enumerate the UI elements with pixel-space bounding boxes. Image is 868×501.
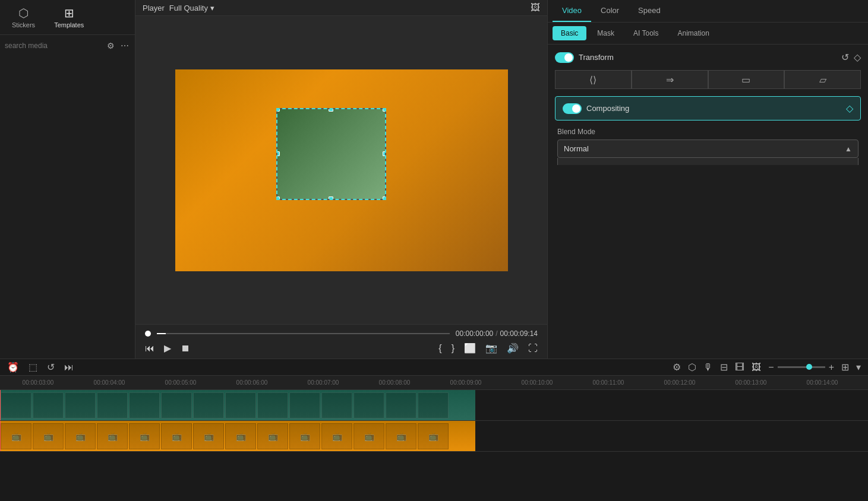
subtab-mask[interactable]: Mask <box>589 26 623 40</box>
progress-dot[interactable] <box>145 331 151 337</box>
embedded-video-box[interactable] <box>276 108 386 200</box>
shield-icon[interactable]: ⬡ <box>688 362 696 373</box>
time-current: 00:00:00:00 <box>456 329 493 338</box>
volume-button[interactable]: 🔊 <box>507 343 519 354</box>
tab-video-label: Video <box>562 6 582 15</box>
screenshot-button[interactable]: 📷 <box>485 343 497 354</box>
zoom-out-button[interactable]: − <box>768 362 774 373</box>
timeline-tool-right: ⚙ ⬡ 🎙 ⊟ 🎞 🖼 − + ⊞ ▾ <box>673 362 861 373</box>
zoom-in-button[interactable]: + <box>829 362 834 373</box>
right-panel-content: Transform ↺ ◇ ⟨⟩ ⇒ ▭ ▱ Compositing ◇ <box>548 45 868 165</box>
subtab-animation[interactable]: Animation <box>669 26 717 40</box>
photo-icon[interactable]: 🖼 <box>531 2 540 13</box>
video-preview <box>135 16 547 324</box>
shape-btn-0[interactable]: ⟨⟩ <box>555 70 632 89</box>
blend-mode-dropdown[interactable]: Normal ▲ <box>557 139 858 158</box>
shape-btn-2[interactable]: ▭ <box>708 70 785 89</box>
film-frame-2 <box>65 392 96 418</box>
tab-speed-label: Speed <box>638 6 661 15</box>
progress-track[interactable] <box>157 333 450 334</box>
film-frame-12 <box>386 392 416 418</box>
transform-reset-button[interactable]: ↺ <box>841 52 849 63</box>
timeline-tool-frame[interactable]: ⬚ <box>29 362 37 373</box>
orange-frame-13: 📺 <box>418 423 449 449</box>
ruler-tick-11: 00:00:14:00 <box>787 379 858 386</box>
track-film-2[interactable]: 📺 📺 📺 📺 📺 📺 📺 📺 📺 📺 📺 📺 📺 📺 <box>0 421 475 452</box>
timeline-area: ⏰ ⬚ ↺ ⏭ ⚙ ⬡ 🎙 ⊟ 🎞 🖼 − + ⊞ ▾ 00:00:03:00 … <box>0 359 868 501</box>
fullscreen-button[interactable]: ⛶ <box>528 343 538 354</box>
orange-frame-12: 📺 <box>386 423 416 449</box>
track-row-1 <box>0 390 868 421</box>
compositing-title: Compositing <box>586 104 841 113</box>
zoom-track[interactable] <box>778 366 825 368</box>
compositing-toggle[interactable] <box>563 103 582 114</box>
tab-video[interactable]: Video <box>553 0 591 22</box>
prev-button[interactable]: ⏮ <box>145 343 154 354</box>
settings-icon[interactable]: ⚙ <box>673 362 681 373</box>
chevron-up-icon: ▲ <box>845 145 852 153</box>
right-panel: Video Color Speed Basic Mask AI Tools An… <box>547 0 868 359</box>
quality-dropdown[interactable]: Full Quality ▾ <box>169 4 214 12</box>
mic-icon[interactable]: 🎙 <box>703 362 713 373</box>
ruler-tick-9: 00:00:12:00 <box>644 379 715 386</box>
quality-value: Full Quality <box>169 4 208 12</box>
timeline-tracks: 📺 📺 📺 📺 📺 📺 📺 📺 📺 📺 📺 📺 📺 📺 <box>0 390 868 501</box>
orange-frame-8: 📺 <box>257 423 288 449</box>
handle-top-center[interactable] <box>329 108 333 112</box>
picture-icon[interactable]: 🖼 <box>752 362 761 373</box>
handle-mid-left[interactable] <box>276 151 280 156</box>
orange-frame-3: 📺 <box>97 423 128 449</box>
timeline-toolbar: ⏰ ⬚ ↺ ⏭ ⚙ ⬡ 🎙 ⊟ 🎞 🖼 − + ⊞ ▾ <box>0 359 868 376</box>
transform-title: Transform <box>579 53 837 62</box>
handle-mid-right[interactable] <box>383 151 386 156</box>
shape-btn-3[interactable]: ▱ <box>784 70 861 89</box>
mark-in-button[interactable]: { <box>438 343 441 354</box>
subtab-basic[interactable]: Basic <box>553 26 586 40</box>
sidebar-search-area: search media ⚙ ⋯ <box>0 35 135 56</box>
timeline-tool-next[interactable]: ⏭ <box>64 362 74 373</box>
handle-bot-right[interactable] <box>383 196 386 200</box>
shape-btn-1[interactable]: ⇒ <box>632 70 708 89</box>
tab-speed[interactable]: Speed <box>629 0 670 22</box>
filter-icon[interactable]: ⚙ <box>106 40 116 52</box>
compositing-header: Compositing ◇ <box>563 103 853 114</box>
screen-button[interactable]: ⬜ <box>464 343 476 354</box>
sidebar-tab-templates[interactable]: ⊞ Templates <box>47 2 91 32</box>
right-controls: { } ⬜ 📷 🔊 ⛶ <box>438 343 538 354</box>
subtab-animation-label: Animation <box>677 29 709 37</box>
grid-view-icon[interactable]: ⊞ <box>841 362 849 373</box>
film-icon[interactable]: 🎞 <box>735 362 744 373</box>
film-frame-6 <box>193 392 224 418</box>
handle-top-right[interactable] <box>383 108 386 112</box>
blend-option-normal[interactable]: Normal <box>558 158 858 165</box>
chevron-icon[interactable]: ▾ <box>856 362 861 373</box>
sidebar-tab-stickers[interactable]: ⬡ Stickers <box>5 2 42 32</box>
templates-icon: ⊞ <box>64 6 74 20</box>
subtab-ai-tools[interactable]: AI Tools <box>625 26 667 40</box>
timeline-tool-rotate[interactable]: ↺ <box>47 362 55 373</box>
film-frame-11 <box>353 392 384 418</box>
tracks-icon[interactable]: ⊟ <box>720 362 728 373</box>
film-frame-0 <box>1 392 31 418</box>
film-frame-7 <box>225 392 256 418</box>
ruler-tick-6: 00:00:09:00 <box>430 379 501 386</box>
handle-top-left[interactable] <box>276 108 280 112</box>
compositing-keyframe-button[interactable]: ◇ <box>846 103 853 114</box>
transform-keyframe-button[interactable]: ◇ <box>854 52 861 63</box>
film-frame-4 <box>129 392 160 418</box>
progress-fill <box>157 333 166 334</box>
play-button[interactable]: ▶ <box>164 343 171 354</box>
timeline-tool-clock[interactable]: ⏰ <box>7 362 19 373</box>
more-icon[interactable]: ⋯ <box>119 40 130 52</box>
transform-toggle[interactable] <box>555 52 574 63</box>
subtab-mask-label: Mask <box>597 29 614 37</box>
tab-color[interactable]: Color <box>591 0 629 22</box>
handle-bot-center[interactable] <box>329 196 333 200</box>
timeline-ruler: 00:00:03:00 00:00:04:00 00:00:05:00 00:0… <box>0 376 868 390</box>
track-film-1[interactable] <box>0 390 475 421</box>
templates-label: Templates <box>54 21 84 28</box>
handle-bot-left[interactable] <box>276 196 280 200</box>
mark-out-button[interactable]: } <box>452 343 454 354</box>
stop-button[interactable]: ⏹ <box>181 343 190 354</box>
left-sidebar: ⬡ Stickers ⊞ Templates search media ⚙ ⋯ <box>0 0 135 359</box>
